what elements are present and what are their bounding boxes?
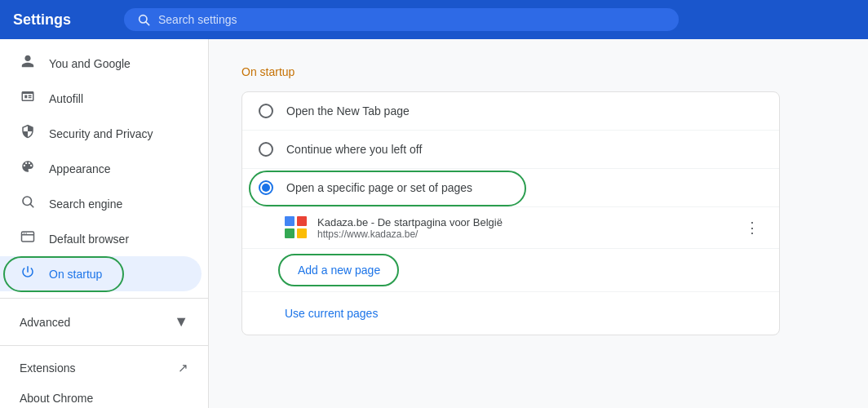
sidebar-label-default-browser: Default browser: [49, 233, 129, 246]
sidebar: You and Google Autofill Security and Pri…: [0, 39, 209, 408]
radio-new-tab[interactable]: [259, 104, 273, 118]
sidebar-item-extensions[interactable]: Extensions ↗: [0, 353, 208, 384]
browser-icon: [20, 229, 36, 248]
search-engine-icon: [20, 194, 36, 213]
power-icon: [20, 264, 36, 283]
svg-point-6: [24, 233, 25, 234]
kadaza-square-blue: [285, 216, 294, 226]
sidebar-label-appearance: Appearance: [49, 162, 111, 175]
sidebar-item-you-and-google[interactable]: You and Google: [0, 46, 202, 81]
kadaza-square-yellow: [297, 228, 307, 238]
chevron-down-icon: ▼: [174, 313, 188, 330]
kadaza-square-green: [285, 228, 294, 238]
kadaza-name: Kadaza.be - De startpagina voor België: [317, 216, 732, 228]
option-continue-label: Continue where you left off: [286, 143, 422, 156]
radio-specific-page[interactable]: [259, 180, 273, 195]
option-specific-page-wrapper: Open a specific page or set of pages: [242, 169, 779, 207]
search-icon: [137, 13, 150, 26]
add-page-row: Add a new page: [242, 249, 779, 292]
sidebar-divider: [0, 298, 208, 299]
svg-line-1: [146, 22, 149, 25]
use-current-pages-button[interactable]: Use current pages: [285, 302, 378, 325]
option-continue[interactable]: Continue where you left off: [242, 131, 779, 169]
shield-icon: [20, 124, 36, 143]
sidebar-item-appearance[interactable]: Appearance: [0, 151, 202, 186]
sidebar-advanced-label: Advanced: [20, 316, 70, 329]
sidebar-item-search-engine[interactable]: Search engine: [0, 186, 202, 221]
svg-rect-4: [22, 232, 34, 242]
sidebar-extensions-label: Extensions: [20, 361, 75, 375]
sidebar-label-security: Security and Privacy: [49, 127, 153, 140]
sidebar-label-search-engine: Search engine: [49, 197, 122, 211]
use-current-row: Use current pages: [242, 292, 779, 335]
app-title: Settings: [13, 11, 111, 29]
sidebar-item-default-browser[interactable]: Default browser: [0, 221, 202, 256]
appearance-icon: [20, 159, 36, 178]
external-link-icon: ↗: [178, 361, 188, 375]
kadaza-icon: [285, 216, 308, 239]
main-content: On startup Open the New Tab page Continu…: [209, 39, 868, 408]
option-new-tab-label: Open the New Tab page: [286, 104, 410, 118]
radio-continue[interactable]: [259, 142, 273, 157]
autofill-icon: [20, 89, 36, 108]
sidebar-item-on-startup[interactable]: On startup: [0, 256, 202, 291]
option-new-tab[interactable]: Open the New Tab page: [242, 92, 779, 131]
svg-line-3: [30, 204, 33, 207]
option-specific-page-label: Open a specific page or set of pages: [286, 181, 472, 194]
sidebar-item-autofill[interactable]: Autofill: [0, 81, 202, 116]
kadaza-url: https://www.kadaza.be/: [317, 228, 732, 240]
kadaza-square-red: [297, 216, 307, 226]
person-icon: [20, 54, 36, 73]
add-new-page-button[interactable]: Add a new page: [285, 259, 393, 282]
search-bar: [124, 8, 679, 31]
startup-page-row: Kadaza.be - De startpagina voor België h…: [242, 207, 779, 249]
kadaza-info: Kadaza.be - De startpagina voor België h…: [317, 216, 732, 240]
option-specific-page[interactable]: Open a specific page or set of pages: [242, 169, 779, 207]
header: Settings: [0, 0, 868, 39]
search-input[interactable]: [158, 13, 666, 26]
layout: You and Google Autofill Security and Pri…: [0, 39, 868, 408]
section-title: On startup: [241, 65, 835, 78]
sidebar-item-about[interactable]: About Chrome: [0, 384, 208, 408]
sidebar-item-security[interactable]: Security and Privacy: [0, 116, 202, 151]
sidebar-about-label: About Chrome: [20, 392, 93, 405]
sidebar-label-on-startup: On startup: [49, 268, 102, 281]
sidebar-divider-2: [0, 345, 208, 346]
more-options-button[interactable]: ⋮: [742, 215, 763, 240]
startup-options-card: Open the New Tab page Continue where you…: [241, 91, 780, 335]
svg-point-7: [25, 233, 27, 234]
sidebar-label-autofill: Autofill: [49, 92, 83, 105]
sidebar-item-advanced[interactable]: Advanced ▼: [0, 305, 208, 339]
sidebar-label-you-and-google: You and Google: [49, 57, 131, 70]
